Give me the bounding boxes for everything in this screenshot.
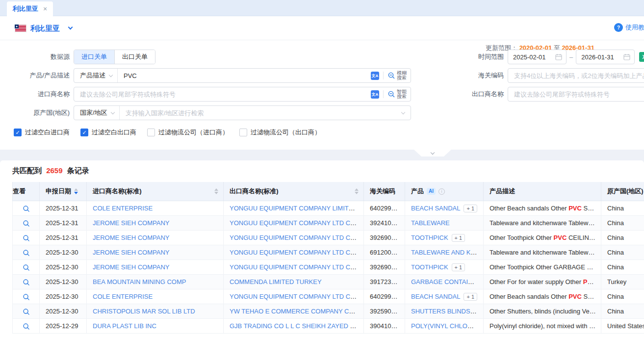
product-search-input[interactable]: [118, 69, 367, 82]
more-products-badge[interactable]: + 1: [464, 293, 477, 301]
sort-asc-icon: [355, 188, 359, 191]
importer-link[interactable]: JEROME SIEH COMPANY: [93, 249, 170, 256]
date-start-input[interactable]: 2025-02-01: [508, 50, 567, 64]
fuzzy-search-button[interactable]: 模糊搜索: [387, 71, 407, 80]
hs-code-input[interactable]: [508, 69, 644, 82]
combo-chevron-down-icon[interactable]: [401, 110, 405, 114]
info-icon[interactable]: i: [438, 188, 445, 195]
smart-line2: 搜索: [397, 94, 407, 99]
column-header-1[interactable]: 申报日期: [40, 182, 87, 201]
more-products-badge[interactable]: + 1: [452, 263, 465, 271]
table-row: 2025-12-30COLE ENTERPRISEYONGUN EQUIPMEN…: [12, 289, 644, 304]
origin-country-input[interactable]: [120, 106, 402, 120]
exporter-link[interactable]: YONGUU EQUIPMENT COMPANY LTD CHIN...: [230, 219, 364, 227]
exporter-link[interactable]: COMMENDA LIMITED TURKEY: [230, 278, 322, 285]
product-description: Tableware and kitchenware Tablewar...: [484, 216, 601, 231]
importer-link[interactable]: COLE ENTERPRISE: [93, 293, 153, 300]
importer-link[interactable]: JEROME SIEH COMPANY: [93, 219, 170, 227]
column-header-4: 海关编码: [364, 182, 405, 201]
sort-icons[interactable]: [355, 188, 359, 194]
view-details-button[interactable]: [23, 279, 30, 286]
exporter-link[interactable]: YONGUU EQUIPMENT COMPANY LTD CHIN...: [230, 263, 364, 271]
view-details-button[interactable]: [23, 205, 30, 212]
desc-text: Other Shutters, blinds (including Ven...: [489, 308, 598, 315]
exporter-link[interactable]: YONGUU EQUIPMENT COMPANY LIMITED ...: [230, 205, 364, 212]
magnifier-icon: [23, 249, 30, 257]
column-header-6: 产品描述: [484, 182, 601, 201]
importer-name-input[interactable]: [74, 87, 367, 101]
product-cell: BEACH SANDAL+ 1: [405, 201, 484, 216]
product-link[interactable]: SHUTTERS BLINDS VE...: [411, 308, 484, 315]
importer-link[interactable]: CHRISTOPOLIS MAR SOL LIB LTD: [93, 308, 195, 315]
collapse-filters-button[interactable]: [414, 150, 451, 156]
help-link[interactable]: ? 使用教程: [614, 23, 644, 32]
column-header-3[interactable]: 出口商名称(标准): [224, 182, 364, 201]
exporter-cell: YONGUU EQUIPMENT COMPANY LTD CHIN...: [224, 231, 364, 245]
view-details-button[interactable]: [23, 264, 30, 271]
tab-import-manifest[interactable]: 进口关单: [74, 50, 114, 64]
declaration-date: 2025-12-30: [40, 304, 87, 319]
product-link[interactable]: GARBAGE CONTAINER: [411, 278, 482, 285]
exporter-link[interactable]: YONGUN EQUIPMENT COMPANY LTD CHI...: [230, 293, 362, 300]
sort-icons[interactable]: [74, 188, 78, 194]
view-details-button[interactable]: [23, 220, 30, 227]
help-label: 使用教程: [625, 23, 644, 32]
checkbox-filter-logistics-exporter[interactable]: 过滤物流公司（出口商）: [239, 128, 321, 137]
checkbox-label: 过滤空白进口商: [25, 128, 70, 137]
translate-icon[interactable]: 文A: [371, 72, 379, 80]
origin-country: China: [601, 216, 644, 231]
column-header-2[interactable]: 进口商名称(标准): [87, 182, 224, 201]
view-details-button[interactable]: [23, 234, 30, 242]
date-end-input[interactable]: 2026-01-31: [576, 50, 635, 64]
view-cell: [12, 201, 40, 216]
declaration-date: 2025-12-31: [40, 231, 87, 245]
table-header-row: 查看申报日期进口商名称(标准)出口商名称(标准)海关编码产品AIi产品描述原产国…: [12, 182, 644, 201]
exporter-link[interactable]: YONGUU EQUIPMENT COMPANY LTD CHIN...: [230, 249, 364, 256]
view-details-button[interactable]: [23, 308, 30, 315]
checkbox-filter-blank-exporter[interactable]: ✓ 过滤空白出口商: [80, 128, 136, 137]
exporter-link[interactable]: YW TEHAO E COMMERCE COMPANY CHINA: [230, 308, 364, 315]
checkbox-filter-logistics-importer[interactable]: 过滤物流公司（进口商）: [147, 128, 229, 137]
excel-export-icon[interactable]: X: [639, 52, 644, 62]
tab-liberia[interactable]: 利比里亚 ×: [7, 1, 53, 16]
exporter-cell: GJB TRADING CO L L C SHEIKH ZAYED ROA...: [224, 319, 364, 334]
column-label: 申报日期: [46, 187, 71, 196]
product-link[interactable]: TOOTHPICK: [411, 263, 448, 271]
sort-desc-icon: [74, 192, 78, 194]
product-description: Other Beach sandals Other PVC SLIP...: [484, 201, 601, 216]
view-details-button[interactable]: [23, 249, 30, 257]
product-link[interactable]: BEACH SANDAL: [411, 293, 460, 300]
view-details-button[interactable]: [23, 323, 30, 330]
sort-asc-icon: [214, 188, 218, 191]
exporter-name-input[interactable]: [508, 87, 644, 101]
product-type-value: 产品描述: [80, 71, 105, 80]
tab-export-manifest[interactable]: 出口关单: [114, 50, 155, 64]
importer-link[interactable]: BEA MOUNTAIN MINING COMP: [93, 278, 186, 285]
product-link[interactable]: TABLEWARE AND KITC...: [411, 249, 484, 256]
translate-icon[interactable]: 文A: [371, 90, 379, 99]
product-link[interactable]: POLY(VINYL CHLORIDE): [411, 322, 484, 330]
exporter-link[interactable]: YONGUU EQUIPMENT COMPANY LTD CHIN...: [230, 234, 364, 241]
importer-link[interactable]: JEROME SIEH COMPANY: [93, 234, 170, 241]
product-type-select[interactable]: 产品描述: [74, 69, 118, 82]
table-row: 2025-12-30BEA MOUNTAIN MINING COMPCOMMEN…: [12, 275, 644, 289]
origin-type-select[interactable]: 国家/地区: [74, 106, 120, 120]
product-link[interactable]: TOOTHPICK: [411, 234, 448, 241]
tab-close-icon[interactable]: ×: [43, 5, 47, 12]
smart-search-button[interactable]: 智能搜索: [387, 89, 407, 99]
product-link[interactable]: BEACH SANDAL: [411, 205, 460, 212]
product-link[interactable]: TABLEWARE: [411, 219, 450, 227]
exporter-link[interactable]: GJB TRADING CO L L C SHEIKH ZAYED ROA...: [230, 322, 364, 330]
importer-link[interactable]: JEROME SIEH COMPANY: [93, 263, 170, 271]
product-cell: TABLEWARE: [405, 216, 484, 231]
sort-icons[interactable]: [214, 188, 218, 194]
country-chevron-down-icon[interactable]: [68, 25, 73, 30]
divider: [383, 90, 384, 98]
more-products-badge[interactable]: + 1: [452, 234, 465, 242]
view-details-button[interactable]: [23, 293, 30, 301]
origin-country: China: [601, 304, 644, 319]
importer-link[interactable]: DURA PLAST LIB INC: [93, 322, 156, 330]
checkbox-filter-blank-importer[interactable]: ✓ 过滤空白进口商: [14, 128, 70, 137]
importer-link[interactable]: COLE ENTERPRISE: [93, 205, 153, 212]
more-products-badge[interactable]: + 1: [464, 205, 477, 212]
